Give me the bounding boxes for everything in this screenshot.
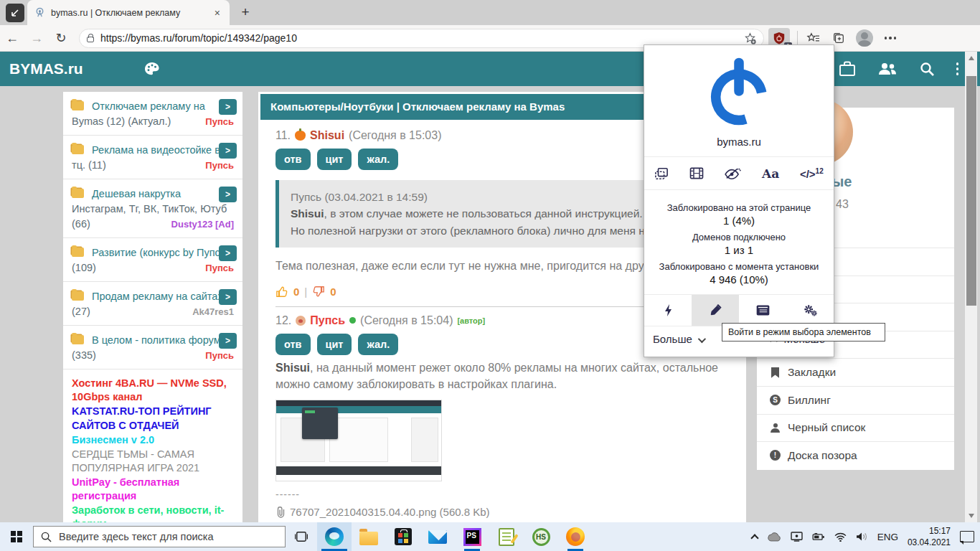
topic-title[interactable]: Дешевая накрутка xyxy=(92,188,181,199)
search-icon[interactable] xyxy=(919,61,935,77)
topic-last-author[interactable]: Пупсь xyxy=(205,262,234,276)
tray-clock[interactable]: 15:17 03.04.2021 xyxy=(908,525,951,548)
menu-item-shame-board[interactable]: ! Доска позора xyxy=(757,441,954,469)
browser-menu-icon[interactable] xyxy=(880,28,901,48)
cosmetic-filtering-icon[interactable] xyxy=(724,167,741,180)
site-menu-icon[interactable] xyxy=(956,62,959,75)
topic-goto-button[interactable]: > xyxy=(219,333,237,349)
report-button[interactable]: жал. xyxy=(358,149,398,170)
media-blocker-icon[interactable] xyxy=(689,167,704,179)
topic-list-item[interactable]: Дешевая накрутка Инстаграм, Тг, ВК, ТикТ… xyxy=(63,179,242,238)
paperclip-icon xyxy=(275,507,286,518)
post-author[interactable]: Пупсь xyxy=(310,314,345,327)
battery-icon[interactable] xyxy=(812,533,825,541)
users-icon[interactable] xyxy=(877,62,897,76)
refresh-button[interactable]: ↻ xyxy=(49,30,73,46)
ad-link[interactable]: Хостинг 4BA.RU — NVMe SSD, 10Gbps канал xyxy=(72,377,234,404)
more-button[interactable]: Больше xyxy=(653,333,704,345)
thumb-down-icon[interactable] xyxy=(312,286,325,298)
system-tray: ENG 15:17 03.04.2021 xyxy=(752,522,974,551)
ad-link[interactable]: СЕРДЦЕ ТЬМЫ - САМАЯ ПОПУЛЯРНАЯ ИГРА 2021 xyxy=(72,448,234,475)
quote-button[interactable]: цит xyxy=(317,149,352,170)
menu-item-billing[interactable]: S Биллинг xyxy=(757,386,954,414)
topic-last-author[interactable]: Ak47res1 xyxy=(192,306,234,319)
theme-palette-icon[interactable] xyxy=(144,62,160,76)
profile-avatar-icon[interactable] xyxy=(854,28,875,48)
taskbar-firefox-icon[interactable] xyxy=(558,522,593,551)
scrollbar-thumb[interactable] xyxy=(966,76,976,306)
site-logo[interactable]: BYMAS.ru xyxy=(9,60,83,77)
scroll-up-arrow[interactable] xyxy=(969,56,974,60)
tray-expand-icon[interactable] xyxy=(750,534,758,542)
market-icon[interactable] xyxy=(839,61,856,77)
page-scrollbar[interactable] xyxy=(965,52,977,522)
pinned-window-icon[interactable] xyxy=(6,4,24,22)
taskbar-store-icon[interactable] xyxy=(386,522,420,551)
taskbar-edge-icon[interactable] xyxy=(317,522,352,551)
back-button[interactable]: ← xyxy=(0,31,24,46)
javascript-toggle-icon[interactable]: </>12 xyxy=(800,167,824,180)
onedrive-cloud-icon[interactable] xyxy=(767,532,781,542)
topic-last-author[interactable]: Dusty123 [Ad] xyxy=(171,218,234,232)
url-text[interactable]: https://bymas.ru/forum/topic/149342/page… xyxy=(100,32,738,44)
attached-screenshot-thumbnail[interactable] xyxy=(275,400,442,481)
cast-display-icon[interactable] xyxy=(791,532,803,542)
logger-button[interactable] xyxy=(739,295,786,326)
tab-close-icon[interactable]: × xyxy=(212,7,222,19)
forward-button[interactable]: → xyxy=(24,31,49,46)
ad-link[interactable]: KATSTAT.RU-ТОП РЕЙТИНГ САЙТОВ С ОТДАЧЕЙ xyxy=(72,405,234,432)
taskbar-heidisql-icon[interactable]: HS xyxy=(524,522,558,551)
taskbar-notepadpp-icon[interactable] xyxy=(489,522,524,551)
thumb-up-icon[interactable] xyxy=(275,286,288,298)
topic-title[interactable]: Реклама на видеостойке в xyxy=(92,144,220,156)
dashboard-settings-button[interactable] xyxy=(786,295,834,326)
scroll-down-arrow[interactable] xyxy=(969,514,974,518)
topic-goto-button[interactable]: > xyxy=(219,187,237,202)
start-button[interactable] xyxy=(0,522,33,551)
element-zapper-button[interactable] xyxy=(644,295,692,326)
new-tab-button[interactable]: + xyxy=(237,4,254,22)
reply-button[interactable]: отв xyxy=(275,149,311,170)
topic-goto-button[interactable]: > xyxy=(219,289,237,305)
remote-fonts-icon[interactable]: Aa xyxy=(762,166,779,181)
topic-last-author[interactable]: Пупсь xyxy=(205,116,234,129)
element-picker-button[interactable] xyxy=(692,295,739,326)
quote-button[interactable]: цит xyxy=(317,334,352,355)
topic-title[interactable]: Развитие (конкурс by Пупсь) xyxy=(92,247,229,258)
taskbar-phpstorm-icon[interactable] xyxy=(455,522,489,551)
browser-tab[interactable]: bymas.ru | Отключаем рекламу × xyxy=(27,0,230,25)
taskbar-search-box[interactable]: Введите здесь текст для поиска xyxy=(33,526,286,547)
taskbar-mail-icon[interactable] xyxy=(420,522,455,551)
attachment-filename[interactable]: 76707_2021040315.04.40.png (560.8 Kb) xyxy=(290,506,490,518)
menu-item-blacklist[interactable]: Черный список xyxy=(757,414,954,442)
topic-title[interactable]: Продам рекламу на сайтах! xyxy=(92,291,226,302)
topic-title[interactable]: Отключаем рекламу на xyxy=(92,100,205,112)
taskbar-explorer-icon[interactable] xyxy=(352,522,386,551)
topic-list-item[interactable]: В целом - политика форума? (335) Пупсь > xyxy=(63,326,242,369)
topic-list-item[interactable]: Реклама на видеостойке в тц. (11) Пупсь … xyxy=(63,136,242,179)
topic-title[interactable]: В целом - политика форума? xyxy=(92,334,232,346)
topic-last-author[interactable]: Пупсь xyxy=(205,349,234,363)
volume-icon[interactable] xyxy=(856,532,868,542)
add-favorite-icon[interactable] xyxy=(744,32,756,44)
topic-goto-button[interactable]: > xyxy=(219,245,237,261)
topic-list-item[interactable]: Отключаем рекламу на Bymas (12) (Актуал.… xyxy=(63,92,242,136)
topic-list-item[interactable]: Развитие (конкурс by Пупсь) (109) Пупсь … xyxy=(63,238,242,282)
post-author[interactable]: Shisui xyxy=(310,129,344,142)
wifi-icon[interactable] xyxy=(834,532,847,542)
topic-last-author[interactable]: Пупсь xyxy=(205,159,234,173)
action-center-icon[interactable] xyxy=(960,531,974,542)
topic-count: (27) xyxy=(72,306,90,317)
report-button[interactable]: жал. xyxy=(358,334,398,355)
topic-goto-button[interactable]: > xyxy=(219,99,237,115)
reply-button[interactable]: отв xyxy=(275,334,311,355)
ublock-power-button[interactable] xyxy=(644,45,834,130)
topic-list-item[interactable]: Продам рекламу на сайтах! (27) Ak47res1 … xyxy=(63,282,242,326)
language-indicator[interactable]: ENG xyxy=(877,532,898,542)
ad-link[interactable]: UnitPay - бесплатная регистрация xyxy=(72,476,234,503)
task-view-button[interactable] xyxy=(286,522,317,551)
topic-goto-button[interactable]: > xyxy=(219,143,237,159)
ad-link[interactable]: Бизнесмен v 2.0 xyxy=(72,433,234,447)
menu-item-bookmarks[interactable]: Закладки xyxy=(757,358,954,386)
popup-blocker-icon[interactable] xyxy=(654,167,669,180)
